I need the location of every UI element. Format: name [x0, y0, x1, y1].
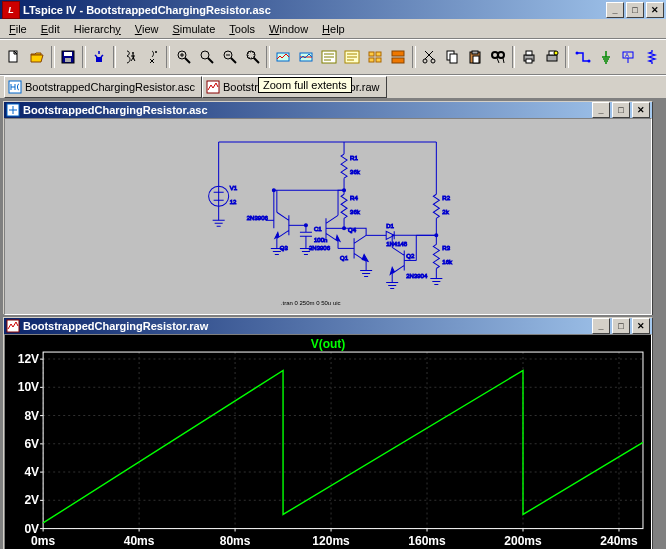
svg-rect-11 [248, 52, 254, 58]
netlist-button[interactable] [341, 45, 364, 69]
menu-window[interactable]: Window [262, 21, 315, 37]
schematic-minimize-button[interactable]: _ [592, 102, 610, 118]
maximize-button[interactable]: □ [626, 2, 644, 18]
menu-view[interactable]: View [128, 21, 166, 37]
label-net-button[interactable]: A [617, 45, 640, 69]
svg-rect-34 [547, 55, 557, 61]
svg-rect-16 [369, 52, 374, 56]
r1-label: R1 [350, 155, 358, 161]
run-button[interactable] [118, 45, 141, 69]
menu-edit[interactable]: Edit [34, 21, 67, 37]
r2-value: 2k [442, 209, 449, 215]
svg-rect-19 [376, 58, 381, 62]
svg-text:8V: 8V [24, 409, 39, 423]
schematic-canvas[interactable]: V1 12 R1 36k R4 36k [4, 118, 652, 315]
open-button[interactable] [26, 45, 49, 69]
svg-rect-4 [96, 57, 102, 62]
copy-button[interactable] [441, 45, 464, 69]
menu-simulate[interactable]: Simulate [165, 21, 222, 37]
waveform-icon [206, 80, 220, 94]
svg-point-30 [498, 52, 504, 58]
pick-visible-button[interactable] [364, 45, 387, 69]
schematic-maximize-button[interactable]: □ [612, 102, 630, 118]
svg-rect-3 [65, 58, 71, 62]
svg-text:120ms: 120ms [312, 534, 350, 548]
control-panel-button[interactable] [88, 45, 111, 69]
save-button[interactable] [57, 45, 80, 69]
paste-button[interactable] [464, 45, 487, 69]
tab-schematic[interactable]: BootstrappedChargingResistor.asc [4, 76, 202, 98]
find-button[interactable] [487, 45, 510, 69]
pan-button[interactable] [195, 45, 218, 69]
waveform-icon [6, 319, 20, 333]
waveform-window: BootstrappedChargingResistor.raw _ □ ✕ 1… [3, 317, 653, 549]
svg-rect-20 [392, 51, 404, 56]
svg-point-37 [575, 52, 578, 55]
mdi-area: BootstrappedChargingResistor.asc _ □ ✕ [0, 99, 666, 549]
svg-point-22 [423, 59, 427, 63]
autorange-button[interactable] [272, 45, 295, 69]
place-resistor-button[interactable] [640, 45, 663, 69]
place-wire-button[interactable] [571, 45, 594, 69]
svg-point-23 [431, 59, 435, 63]
waveform-minimize-button[interactable]: _ [592, 318, 610, 334]
svg-rect-25 [450, 54, 457, 63]
schematic-titlebar: BootstrappedChargingResistor.asc _ □ ✕ [4, 102, 652, 118]
print-button[interactable] [517, 45, 540, 69]
close-button[interactable]: ✕ [646, 2, 664, 18]
v1-value: 12 [230, 199, 237, 205]
minimize-button[interactable]: _ [606, 2, 624, 18]
svg-text:6V: 6V [24, 437, 39, 451]
cut-button[interactable] [418, 45, 441, 69]
zoom-out-button[interactable] [218, 45, 241, 69]
waveform-maximize-button[interactable]: □ [612, 318, 630, 334]
svg-point-5 [132, 52, 134, 54]
svg-rect-33 [526, 59, 532, 63]
schematic-title: BootstrappedChargingResistor.asc [23, 104, 590, 116]
svg-text:40ms: 40ms [124, 534, 155, 548]
schematic-icon [6, 103, 20, 117]
r2-label: R2 [442, 195, 450, 201]
d1-value: 1N4148 [386, 241, 408, 247]
waveform-canvas[interactable]: 12V10V8V6V4V2V0V0ms40ms80ms120ms160ms200… [4, 334, 652, 549]
r3-label: R3 [442, 245, 450, 251]
q1-label: Q1 [340, 255, 349, 261]
menu-hierarchy[interactable]: Hierarchy [67, 21, 128, 37]
q2-label: Q2 [406, 253, 415, 259]
waveform-close-button[interactable]: ✕ [632, 318, 650, 334]
waveform-titlebar: BootstrappedChargingResistor.raw _ □ ✕ [4, 318, 652, 334]
c1-value: 100n [314, 237, 327, 243]
menu-file[interactable]: File [2, 21, 34, 37]
svg-text:0ms: 0ms [31, 534, 55, 548]
svg-text:160ms: 160ms [408, 534, 446, 548]
zoom-in-button[interactable] [172, 45, 195, 69]
menu-tools[interactable]: Tools [222, 21, 262, 37]
v1-label: V1 [230, 185, 238, 191]
svg-rect-50 [7, 320, 19, 332]
new-schematic-button[interactable] [3, 45, 26, 69]
autorange-y-button[interactable] [295, 45, 318, 69]
print-setup-button[interactable] [540, 45, 563, 69]
r1-value: 36k [350, 169, 361, 175]
tile-button[interactable] [387, 45, 410, 69]
log-button[interactable] [318, 45, 341, 69]
svg-point-6 [155, 51, 157, 53]
zoom-extents-button[interactable] [241, 45, 264, 69]
schematic-close-button[interactable]: ✕ [632, 102, 650, 118]
place-ground-button[interactable] [594, 45, 617, 69]
menu-help[interactable]: Help [315, 21, 352, 37]
svg-text:4V: 4V [24, 465, 39, 479]
svg-point-38 [587, 60, 590, 63]
c1-label: C1 [314, 226, 322, 232]
halt-button[interactable] [141, 45, 164, 69]
svg-rect-32 [526, 51, 532, 55]
r4-label: R4 [350, 195, 358, 201]
svg-rect-17 [376, 52, 381, 56]
svg-text:240ms: 240ms [600, 534, 638, 548]
svg-text:V(out): V(out) [311, 337, 346, 351]
svg-rect-28 [473, 56, 479, 63]
r3-value: 16k [442, 259, 453, 265]
svg-rect-21 [392, 58, 404, 63]
q1-model: 2N3906 [309, 245, 331, 251]
tooltip: Zoom full extents [258, 77, 352, 93]
